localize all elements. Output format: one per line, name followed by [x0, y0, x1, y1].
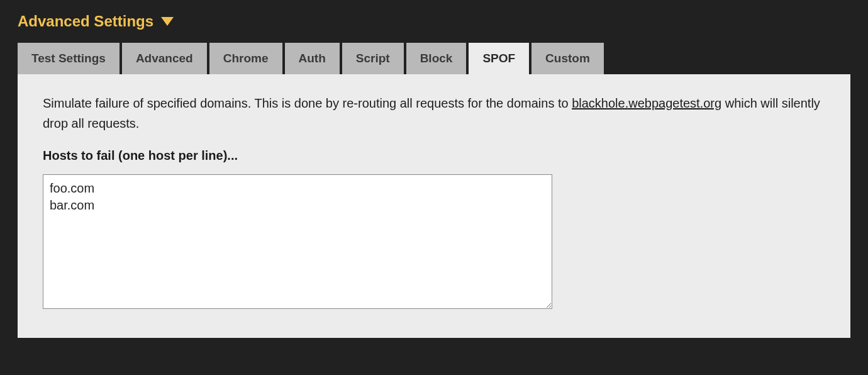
chevron-down-icon	[161, 17, 174, 26]
tab-auth[interactable]: Auth	[285, 43, 340, 74]
hosts-textarea[interactable]	[43, 174, 552, 309]
tabs-row: Test Settings Advanced Chrome Auth Scrip…	[18, 43, 850, 74]
tab-chrome[interactable]: Chrome	[209, 43, 282, 74]
description-text-pre: Simulate failure of specified domains. T…	[43, 96, 572, 110]
tab-block[interactable]: Block	[406, 43, 467, 74]
blackhole-link[interactable]: blackhole.webpagetest.org	[572, 96, 721, 110]
advanced-settings-toggle[interactable]: Advanced Settings	[18, 13, 850, 30]
section-title: Advanced Settings	[18, 13, 153, 30]
tab-spof[interactable]: SPOF	[469, 43, 529, 74]
hosts-label: Hosts to fail (one host per line)...	[43, 148, 825, 163]
tab-advanced[interactable]: Advanced	[122, 43, 207, 74]
tab-script[interactable]: Script	[342, 43, 404, 74]
spof-panel: Simulate failure of specified domains. T…	[18, 74, 850, 338]
tab-custom[interactable]: Custom	[531, 43, 604, 74]
tab-test-settings[interactable]: Test Settings	[18, 43, 120, 74]
spof-description: Simulate failure of specified domains. T…	[43, 93, 825, 133]
